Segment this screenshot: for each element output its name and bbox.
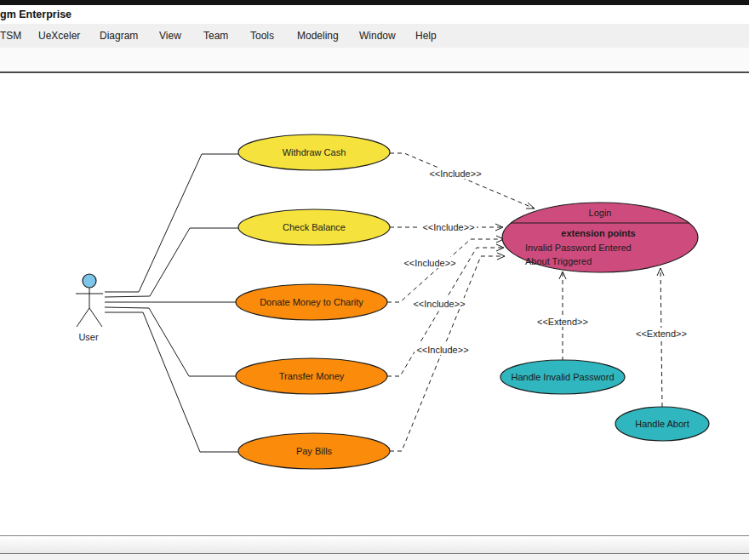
- menu-bar: TSM UeXceler Diagram View Team Tools Mod…: [0, 24, 749, 48]
- usecase-label: Handle Abort: [635, 419, 689, 429]
- menu-help[interactable]: Help: [415, 24, 437, 48]
- menu-tools[interactable]: Tools: [250, 24, 274, 48]
- usecase-label: Transfer Money: [279, 371, 345, 381]
- include-withdraw-login[interactable]: [390, 153, 535, 209]
- menu-window[interactable]: Window: [359, 24, 396, 48]
- actor-head: [83, 274, 96, 288]
- menu-team[interactable]: Team: [203, 24, 228, 48]
- include-label: <<Include>>: [422, 222, 474, 232]
- extend-label: <<Extend>>: [537, 317, 588, 327]
- usecase-withdraw-cash[interactable]: Withdraw Cash: [238, 134, 390, 170]
- association-lines: [105, 154, 238, 452]
- association-pay-bills[interactable]: [105, 312, 238, 452]
- toolbar-area: [0, 48, 749, 73]
- menu-modeling[interactable]: Modeling: [297, 24, 339, 48]
- title-bar: gm Enterprise: [0, 5, 749, 24]
- include-donate-login[interactable]: [387, 239, 504, 302]
- actor-left-leg: [77, 308, 89, 327]
- usecase-transfer-money[interactable]: Transfer Money: [236, 358, 387, 394]
- menu-view[interactable]: View: [159, 24, 181, 48]
- association-transfer-money[interactable]: [105, 307, 237, 376]
- extend-label: <<Extend>>: [636, 329, 687, 339]
- usecase-check-balance[interactable]: Check Balance: [238, 209, 390, 245]
- include-label: <<Include>>: [413, 299, 465, 309]
- include-label: <<Include>>: [429, 169, 481, 179]
- include-label: <<Include>>: [416, 345, 468, 355]
- diagram-canvas[interactable]: User Withdraw Cash Check Balance Donate …: [0, 73, 749, 535]
- usecase-label: Handle Invalid Password: [511, 372, 614, 382]
- actor-right-leg: [89, 308, 102, 327]
- status-bar: [0, 535, 749, 554]
- association-check-balance[interactable]: [105, 228, 238, 297]
- window-bottom-strip: [0, 554, 749, 560]
- actor-user[interactable]: User: [76, 274, 103, 342]
- usecase-handle-invalid-password[interactable]: Handle Invalid Password: [500, 360, 625, 394]
- association-withdraw-cash[interactable]: [105, 154, 238, 292]
- menu-diagram[interactable]: Diagram: [100, 24, 138, 48]
- usecase-pay-bills[interactable]: Pay Bills: [238, 433, 390, 469]
- menu-uexceler[interactable]: UeXceler: [38, 24, 80, 48]
- application-window: gm Enterprise TSM UeXceler Diagram View …: [0, 0, 749, 560]
- menu-tsm[interactable]: TSM: [0, 24, 21, 48]
- usecase-handle-abort[interactable]: Handle Abort: [615, 407, 709, 441]
- usecase-label: Donate Money to Charity: [260, 297, 363, 307]
- actor-label: User: [78, 332, 99, 342]
- window-title: gm Enterprise: [0, 9, 71, 20]
- extension-point-invalid-password: Invalid Password Entered: [525, 243, 632, 253]
- extension-points-title: extension points: [561, 228, 635, 238]
- usecase-label: Login: [589, 208, 612, 218]
- usecase-label: Pay Bills: [296, 446, 333, 456]
- usecase-label: Withdraw Cash: [283, 147, 346, 157]
- usecase-diagram[interactable]: User Withdraw Cash Check Balance Donate …: [0, 73, 749, 535]
- usecase-label: Check Balance: [283, 222, 346, 232]
- usecase-login[interactable]: Login extension points Invalid Password …: [502, 203, 698, 272]
- include-label: <<Include>>: [403, 258, 455, 268]
- extension-point-about-triggered: About Triggered: [525, 256, 592, 266]
- usecase-donate-money[interactable]: Donate Money to Charity: [236, 284, 387, 320]
